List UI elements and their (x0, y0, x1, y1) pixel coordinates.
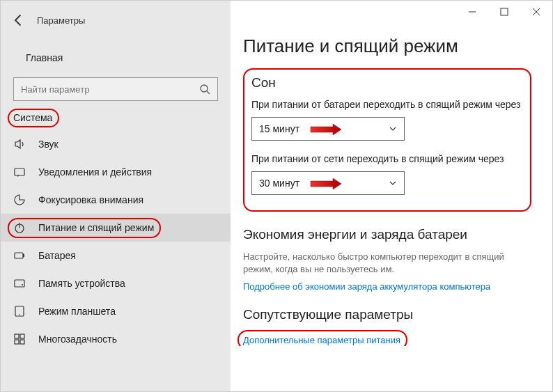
svg-rect-14 (20, 340, 24, 344)
economy-desc: Настройте, насколько быстро компьютер пе… (243, 251, 531, 276)
app-title: Параметры (37, 15, 85, 26)
content: Питание и спящий режим Сон При питании о… (231, 1, 552, 346)
plugged-sleep-value: 30 минут (259, 178, 299, 189)
svg-rect-12 (20, 334, 24, 338)
nav-item-sound[interactable]: Звук (1, 130, 231, 158)
nav-item-label: Звук (38, 139, 59, 150)
page-title: Питание и спящий режим (243, 36, 531, 57)
search-box[interactable] (13, 77, 218, 101)
category-label: Система (13, 112, 52, 123)
close-icon (532, 8, 540, 16)
back-button[interactable] (12, 13, 26, 27)
sound-icon (13, 138, 26, 150)
svg-rect-5 (15, 253, 23, 258)
minimize-button[interactable] (456, 1, 488, 23)
multitask-icon (13, 333, 26, 345)
nav-item-label: Режим планшета (38, 306, 116, 317)
svg-rect-13 (15, 340, 19, 344)
annotation-arrow (309, 178, 343, 189)
nav-item-notifications[interactable]: Уведомления и действия (1, 158, 231, 186)
focus-icon (13, 194, 26, 206)
chevron-down-icon (389, 179, 397, 187)
arrow-left-icon (12, 13, 26, 27)
nav-item-label: Уведомления и действия (38, 166, 152, 178)
notifications-icon (13, 166, 26, 178)
storage-icon (13, 277, 26, 290)
home-nav[interactable]: Главная (1, 45, 231, 70)
annotation-arrow (309, 124, 343, 135)
battery-sleep-value: 15 минут (259, 123, 299, 134)
nav-item-label: Питание и спящий режим (38, 222, 154, 233)
battery-sleep-label: При питании от батареи переходить в спящ… (251, 99, 523, 110)
main-panel: Питание и спящий режим Сон При питании о… (231, 1, 552, 391)
nav-item-multitask[interactable]: Многозадачность (1, 325, 231, 353)
svg-rect-11 (15, 334, 19, 338)
home-label: Главная (26, 52, 63, 63)
svg-point-0 (201, 85, 208, 92)
window-controls (456, 1, 552, 23)
svg-rect-6 (23, 254, 24, 257)
sleep-heading: Сон (251, 75, 523, 91)
economy-link[interactable]: Подробнее об экономии заряда аккумулятор… (243, 281, 531, 292)
sleep-section: Сон При питании от батареи переходить в … (243, 68, 531, 212)
svg-rect-16 (501, 8, 508, 15)
nav-item-tablet[interactable]: Режим планшета (1, 297, 231, 325)
svg-rect-2 (15, 168, 24, 175)
nav-item-power[interactable]: Питание и спящий режим (1, 214, 231, 242)
nav-item-battery[interactable]: Батарея (1, 242, 231, 269)
svg-rect-7 (15, 280, 24, 287)
maximize-icon (500, 8, 508, 16)
battery-sleep-dropdown[interactable]: 15 минут (251, 117, 405, 141)
close-button[interactable] (520, 1, 552, 23)
related-heading: Сопутствующие параметры (243, 307, 531, 322)
tablet-icon (13, 305, 26, 317)
plugged-sleep-label: При питании от сети переходить в спящий … (251, 153, 523, 164)
svg-point-10 (19, 314, 20, 315)
nav-item-storage[interactable]: Память устройства (1, 269, 231, 297)
chevron-down-icon (389, 125, 397, 133)
titlebar: Параметры (1, 8, 231, 33)
plugged-sleep-dropdown[interactable]: 30 минут (251, 171, 405, 195)
nav-item-label: Память устройства (38, 278, 125, 289)
svg-line-1 (207, 91, 210, 94)
related-link[interactable]: Дополнительные параметры питания (243, 335, 400, 345)
nav-list: ЗвукУведомления и действияФокусировка вн… (1, 130, 231, 353)
battery-icon (13, 249, 26, 262)
power-icon (13, 221, 26, 234)
nav-item-focus[interactable]: Фокусировка внимания (1, 186, 231, 214)
search-input[interactable] (21, 84, 199, 95)
economy-heading: Экономия энергии и заряда батареи (243, 227, 531, 242)
nav-item-label: Многозадачность (38, 334, 117, 345)
search-icon (199, 84, 210, 95)
svg-point-8 (22, 284, 23, 285)
maximize-button[interactable] (488, 1, 520, 23)
sidebar: Параметры Главная Система ЗвукУведомлени… (1, 1, 231, 391)
nav-item-label: Батарея (38, 250, 76, 261)
nav-item-label: Фокусировка внимания (38, 194, 143, 205)
minimize-icon (468, 8, 476, 16)
